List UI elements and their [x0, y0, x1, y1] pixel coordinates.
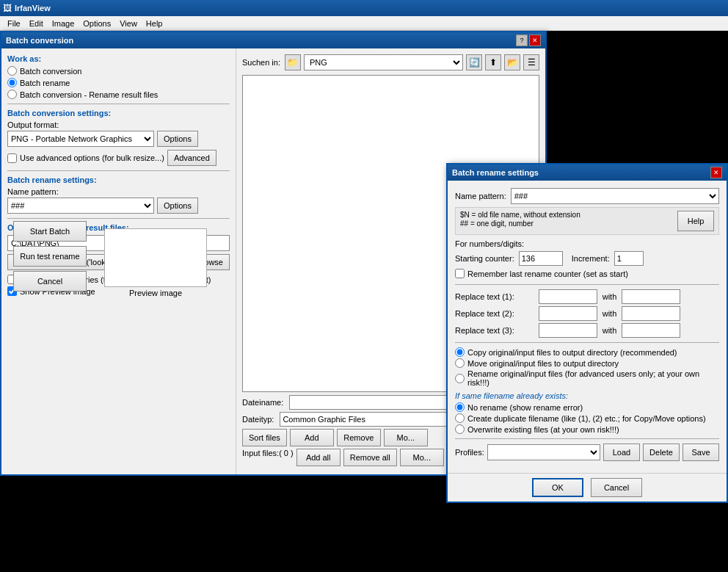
output-format-select[interactable]: PNG - Portable Network Graphics	[7, 131, 154, 147]
folder-icon-btn[interactable]: 📁	[285, 54, 301, 70]
increment-label: Increment:	[572, 254, 610, 263]
remember-checkbox[interactable]	[455, 269, 465, 278]
overwrite-radio[interactable]	[455, 424, 465, 434]
overwrite-row: Overwrite existing files (at your own ri…	[455, 424, 719, 434]
replace-input-1[interactable]	[539, 289, 597, 304]
batch-dialog-title-bar: Batch conversion ? ✕	[1, 32, 545, 48]
start-batch-btn[interactable]: Start Batch	[13, 221, 87, 242]
sort-files-btn[interactable]: Sort files	[242, 429, 287, 446]
menu-image[interactable]: Image	[48, 18, 79, 29]
batch-conversion-label: Batch conversion	[20, 67, 81, 76]
starting-counter-label: Starting counter:	[455, 254, 514, 263]
suchen-label: Suchen in:	[242, 58, 280, 67]
new-folder-btn[interactable]: 📂	[504, 54, 520, 70]
load-btn[interactable]: Load	[603, 444, 640, 461]
rename-label: Rename original/input files (for advance…	[467, 369, 719, 387]
same-file-section: No rename (show rename error) Create dup…	[455, 402, 719, 434]
profiles-label: Profiles:	[455, 448, 484, 457]
rename-pattern-select[interactable]: ###	[511, 188, 719, 204]
rename-dialog-footer: OK Cancel	[448, 473, 727, 502]
batch-dialog-buttons: ? ✕	[516, 35, 541, 46]
move-radio-row: Move original/input files to output dire…	[455, 358, 719, 368]
refresh-btn[interactable]: 🔄	[466, 54, 482, 70]
output-format-row: PNG - Portable Network Graphics Options	[7, 131, 230, 147]
replace-row-2: Replace text (2): with	[455, 306, 719, 321]
left-panel: Work as: Batch conversion Batch rename B…	[1, 48, 236, 474]
use-advanced-row: Use advanced options (for bulk resize...…	[7, 150, 230, 166]
copy-radio-row: Copy original/input files to output dire…	[455, 347, 719, 357]
batch-conversion-rename-radio-group: Batch conversion - Rename result files	[7, 90, 230, 99]
copy-label: Copy original/input files to output dire…	[467, 348, 677, 357]
up-btn[interactable]: ⬆	[485, 54, 501, 70]
options-btn2[interactable]: Options	[157, 198, 198, 214]
move-all-btn[interactable]: Mo...	[400, 449, 444, 466]
use-advanced-checkbox[interactable]	[7, 153, 17, 163]
copy-move-section: Copy original/input files to output dire…	[455, 347, 719, 387]
profiles-select[interactable]	[487, 444, 600, 460]
help-text-block: $N = old file name, without extension ##…	[460, 211, 671, 231]
with-label-2: with	[600, 309, 619, 318]
menu-edit[interactable]: Edit	[25, 18, 48, 29]
save-btn[interactable]: Save	[682, 444, 719, 461]
with-input-3[interactable]	[622, 323, 680, 338]
help-area: $N = old file name, without extension ##…	[455, 207, 719, 235]
add-btn[interactable]: Add	[290, 429, 334, 446]
app-title: IrfanView	[15, 4, 51, 12]
rename-radio-row: Rename original/input files (for advance…	[455, 369, 719, 387]
replace-row-1: Replace text (1): with	[455, 289, 719, 304]
cancel-btn[interactable]: Cancel	[13, 271, 87, 292]
batch-conversion-radio-group: Batch conversion	[7, 66, 230, 76]
if-same-header: If same filename already exists:	[455, 391, 719, 400]
delete-btn[interactable]: Delete	[643, 444, 680, 461]
increment-input[interactable]	[614, 251, 644, 266]
no-rename-radio[interactable]	[455, 402, 465, 412]
run-test-btn[interactable]: Run test rename	[13, 246, 87, 267]
menu-help[interactable]: Help	[142, 18, 167, 29]
options-btn[interactable]: Options	[157, 131, 198, 147]
move-radio[interactable]	[455, 358, 465, 368]
with-input-1[interactable]	[622, 289, 680, 304]
app-area: Batch conversion ? ✕ Work as: Batch conv…	[0, 31, 728, 572]
menu-options[interactable]: Options	[79, 18, 115, 29]
menu-file[interactable]: File	[3, 18, 25, 29]
batch-conversion-radio[interactable]	[7, 66, 17, 76]
no-rename-row: No rename (show rename error)	[455, 402, 719, 412]
batch-rename-label: Batch rename	[20, 79, 70, 87]
name-pattern-row: ### Options	[7, 198, 230, 214]
batch-dialog-close-btn[interactable]: ✕	[529, 35, 541, 46]
starting-counter-input[interactable]	[519, 251, 563, 266]
move-label: Move original/input files to output dire…	[467, 359, 619, 368]
help-btn[interactable]: Help	[677, 211, 714, 231]
move-btn[interactable]: Mo...	[384, 429, 428, 446]
view-btn[interactable]: ☰	[523, 54, 539, 70]
suchen-select[interactable]: PNG	[304, 54, 463, 70]
preview-label: Preview image	[104, 289, 207, 297]
replace-input-3[interactable]	[539, 323, 597, 338]
copy-radio[interactable]	[455, 347, 465, 357]
remove-btn[interactable]: Remove	[337, 429, 381, 446]
batch-conversion-rename-radio[interactable]	[7, 90, 17, 99]
replace-input-2[interactable]	[539, 306, 597, 321]
app-title-bar: 🖼 IrfanView	[0, 0, 728, 16]
with-input-2[interactable]	[622, 306, 680, 321]
add-all-btn[interactable]: Add all	[296, 449, 341, 466]
rename-cancel-btn[interactable]: Cancel	[591, 478, 642, 497]
rename-ok-btn[interactable]: OK	[532, 478, 583, 497]
batch-rename-radio[interactable]	[7, 78, 17, 87]
rename-dialog-title: Batch rename settings	[452, 168, 539, 177]
rename-radio[interactable]	[455, 374, 465, 383]
remove-all-btn[interactable]: Remove all	[343, 449, 397, 466]
rename-dialog-close-btn[interactable]: ✕	[710, 167, 722, 178]
rename-content: Name pattern: ### $N = old file name, wi…	[448, 181, 727, 473]
rename-pattern-label: Name pattern:	[455, 192, 506, 200]
overwrite-label: Overwrite existing files (at your own ri…	[467, 425, 619, 434]
batch-dialog-help-btn[interactable]: ?	[516, 35, 528, 46]
name-pattern-select[interactable]: ###	[7, 198, 154, 214]
advanced-btn[interactable]: Advanced	[167, 150, 216, 166]
create-dup-radio[interactable]	[455, 413, 465, 423]
help-N-line: $N = old file name, without extension	[460, 211, 671, 219]
menu-view[interactable]: View	[115, 18, 142, 29]
remember-label: Remember last rename counter (set as sta…	[467, 269, 628, 278]
menu-bar: File Edit Image Options View Help	[0, 16, 728, 31]
with-label-1: with	[600, 292, 619, 301]
